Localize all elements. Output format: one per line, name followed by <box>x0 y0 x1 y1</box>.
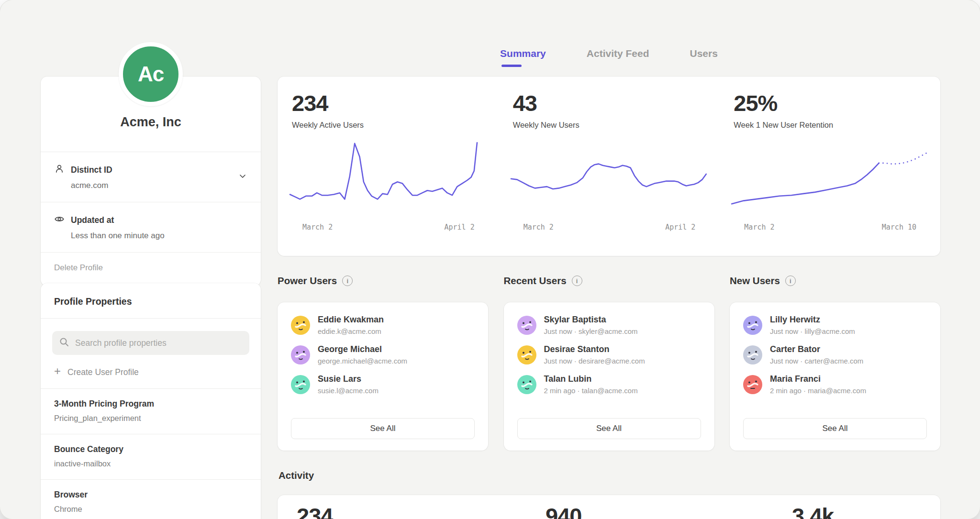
new-users-title: New Users <box>730 275 940 287</box>
user-row[interactable]: Skylar Baptista Just now · skyler@acme.c… <box>517 315 701 335</box>
search-input[interactable] <box>74 338 243 349</box>
user-row[interactable]: George Michael george.michael@acme.com <box>291 344 475 365</box>
user-name: Susie Lars <box>318 374 379 384</box>
user-row[interactable]: Talan Lubin 2 min ago · talan@acme.com <box>517 374 701 395</box>
user-row[interactable]: Desirae Stanton Just now · desirare@acme… <box>517 344 701 365</box>
stat-weekly-active-users: 234 Weekly Active Users March 2 April 2 <box>278 77 499 256</box>
property-name: Bounce Category <box>54 444 247 454</box>
tab-activity-feed-label: Activity Feed <box>587 48 649 59</box>
tab-users[interactable]: Users <box>690 48 718 67</box>
stat-label: Weekly Active Users <box>292 121 484 130</box>
activity-stat: 940 <box>546 503 581 519</box>
property-value: Chrome <box>54 505 247 514</box>
eye-icon <box>54 214 65 227</box>
stat-week1-retention: 25% Week 1 New User Retention March 2 Ma… <box>719 77 940 256</box>
user-name: Desirae Stanton <box>544 344 645 354</box>
stat-value: 25% <box>734 90 926 116</box>
user-name: Eddie Kwakman <box>318 315 384 325</box>
user-lists: Eddie Kwakman eddie.k@acme.com George Mi… <box>278 302 940 451</box>
user-name: Lilly Herwitz <box>770 315 855 325</box>
user-subtitle: Just now · skyler@acme.com <box>544 327 638 335</box>
profile-properties-search[interactable] <box>52 331 249 355</box>
list-title-label: Power Users <box>278 275 337 287</box>
stat-value: 43 <box>513 90 705 116</box>
stat-label: Weekly New Users <box>513 121 705 130</box>
user-row[interactable]: Eddie Kwakman eddie.k@acme.com <box>291 315 475 335</box>
updated-at-value: Less than one minute ago <box>71 231 247 241</box>
user-avatar <box>743 375 762 394</box>
power-users-title: Power Users <box>278 275 488 287</box>
x-axis-tick: March 10 <box>882 223 916 232</box>
x-axis-tick: March 2 <box>744 223 774 232</box>
plus-icon <box>54 367 61 377</box>
property-name: Browser <box>54 490 247 500</box>
user-avatar <box>291 316 310 335</box>
power-users-card: Eddie Kwakman eddie.k@acme.com George Mi… <box>278 302 488 451</box>
recent-users-title: Recent Users <box>504 275 714 287</box>
tab-bar: Summary Activity Feed Users <box>278 48 940 67</box>
user-row[interactable]: Susie Lars susie.l@acme.com <box>291 374 475 395</box>
profile-dashboard: Ac Acme, Inc Distinct ID acme.com Upda <box>0 0 980 519</box>
divider <box>41 318 261 319</box>
company-avatar-initials: Ac <box>138 62 164 86</box>
user-row[interactable]: Maria Franci 2 min ago · maria@acme.com <box>743 374 927 395</box>
updated-at-label: Updated at <box>71 215 114 225</box>
user-name: Maria Franci <box>770 374 866 384</box>
summary-stats-card: 234 Weekly Active Users March 2 April 2 … <box>278 77 940 256</box>
user-avatar <box>291 345 310 364</box>
tab-activity-feed[interactable]: Activity Feed <box>587 48 649 67</box>
user-name: Talan Lubin <box>544 374 638 384</box>
info-icon[interactable] <box>342 276 353 286</box>
distinct-id-value: acme.com <box>71 181 247 190</box>
weekly-new-users-chart <box>510 138 711 222</box>
active-tab-underline <box>501 65 522 67</box>
user-subtitle: eddie.k@acme.com <box>318 327 384 335</box>
search-icon <box>59 337 69 349</box>
updated-at-row: Updated at Less than one minute ago <box>41 202 261 252</box>
user-subtitle: 2 min ago · talan@acme.com <box>544 386 638 395</box>
user-row[interactable]: Lilly Herwitz Just now · lilly@acme.com <box>743 315 927 335</box>
user-name: Skylar Baptista <box>544 315 638 325</box>
stat-value: 234 <box>292 90 484 116</box>
user-subtitle: susie.l@acme.com <box>318 386 379 395</box>
list-title-label: Recent Users <box>504 275 567 287</box>
stat-weekly-new-users: 43 Weekly New Users March 2 April 2 <box>499 77 720 256</box>
property-item: Browser Chrome <box>41 480 261 519</box>
user-subtitle: Just now · carter@acme.com <box>770 357 863 365</box>
activity-stat: 234 <box>297 503 333 519</box>
see-all-button[interactable]: See All <box>291 418 475 439</box>
user-avatar <box>291 375 310 394</box>
info-icon[interactable] <box>785 276 796 286</box>
x-axis-tick: March 2 <box>302 223 333 232</box>
user-subtitle: Just now · lilly@acme.com <box>770 327 855 335</box>
tab-summary[interactable]: Summary <box>500 48 546 67</box>
user-avatar <box>517 316 536 335</box>
x-axis-tick: March 2 <box>523 223 554 232</box>
user-row[interactable]: Carter Bator Just now · carter@acme.com <box>743 344 927 365</box>
delete-profile-button[interactable]: Delete Profile <box>41 253 261 286</box>
property-item: Bounce Category inactive-mailbox <box>41 434 261 479</box>
stat-label: Week 1 New User Retention <box>734 121 926 130</box>
user-avatar <box>743 345 762 364</box>
create-user-profile-button[interactable]: Create User Profile <box>54 367 247 377</box>
x-axis-tick: April 2 <box>665 223 695 232</box>
user-avatar <box>517 375 536 394</box>
user-subtitle: george.michael@acme.com <box>318 357 407 365</box>
see-all-button[interactable]: See All <box>517 418 701 439</box>
tab-users-label: Users <box>690 48 718 59</box>
tab-summary-label: Summary <box>500 48 546 59</box>
info-icon[interactable] <box>572 276 582 286</box>
user-subtitle: 2 min ago · maria@acme.com <box>770 386 866 395</box>
property-value: Pricing_plan_experiment <box>54 414 247 423</box>
x-axis-tick: April 2 <box>444 223 474 232</box>
see-all-button[interactable]: See All <box>743 418 927 439</box>
user-lists-header: Power Users Recent Users New Users <box>278 275 940 287</box>
chevron-down-icon[interactable] <box>237 170 248 184</box>
person-icon <box>54 164 65 177</box>
week1-retention-chart <box>731 138 932 222</box>
distinct-id-label: Distinct ID <box>71 165 112 175</box>
recent-users-card: Skylar Baptista Just now · skyler@acme.c… <box>504 302 714 451</box>
company-avatar: Ac <box>119 42 183 106</box>
user-avatar <box>743 316 762 335</box>
activity-card: 234 940 3.4k <box>278 495 940 519</box>
